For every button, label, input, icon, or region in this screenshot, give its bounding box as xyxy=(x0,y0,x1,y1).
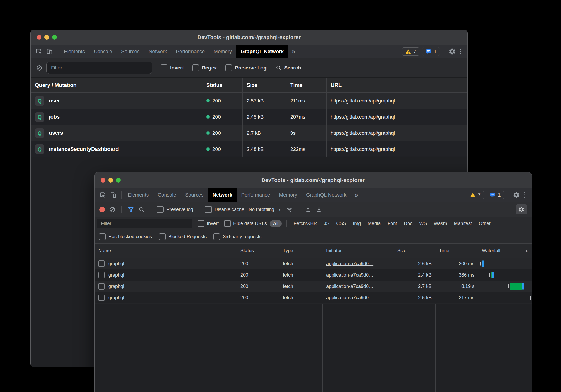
network-row[interactable]: graphql 200 fetch application-a7ca9d0… 2… xyxy=(95,281,532,292)
col-status[interactable]: Status xyxy=(202,78,242,92)
kebab-menu-icon[interactable] xyxy=(459,49,463,54)
table-row[interactable]: Qusers 200 2.7 kB 9s https://gitlab.com/… xyxy=(31,125,467,141)
disable-cache-checkbox[interactable] xyxy=(205,206,212,213)
kebab-menu-icon[interactable] xyxy=(523,192,527,198)
tab-console[interactable]: Console xyxy=(153,188,181,202)
tab-memory[interactable]: Memory xyxy=(209,45,236,58)
network-row[interactable]: graphql 200 fetch application-a7ca9d0… 2… xyxy=(95,292,532,304)
search-icon[interactable] xyxy=(138,206,145,213)
tab-performance[interactable]: Performance xyxy=(171,45,209,58)
initiator-link[interactable]: application-a7ca9d0… xyxy=(326,284,373,289)
initiator-link[interactable]: application-a7ca9d0… xyxy=(326,295,373,301)
tab-memory[interactable]: Memory xyxy=(274,188,302,202)
third-party-requests-checkbox[interactable] xyxy=(213,233,220,240)
filter-type-media[interactable]: Media xyxy=(367,221,381,226)
waterfall-wait-bar xyxy=(489,273,490,277)
size-value: 2.4 kB xyxy=(418,272,432,278)
inspect-icon[interactable] xyxy=(35,48,42,55)
warnings-badge[interactable]: 7 xyxy=(402,47,419,56)
tab-sources[interactable]: Sources xyxy=(117,45,144,58)
more-tabs-chevron[interactable]: » xyxy=(351,188,362,202)
row-checkbox[interactable] xyxy=(98,272,105,278)
message-count: 1 xyxy=(434,49,437,54)
filter-type-img[interactable]: Img xyxy=(352,221,362,226)
device-toolbar-icon[interactable] xyxy=(110,192,117,198)
blocked-requests-label: Blocked Requests xyxy=(168,234,207,240)
filter-type-ws[interactable]: WS xyxy=(418,221,428,226)
message-icon xyxy=(490,192,496,198)
table-header: Name Status Type Initiator Size Time Wat… xyxy=(95,244,532,258)
title-bar[interactable]: DevTools - gitlab.com/-/graphql-explorer xyxy=(95,172,532,188)
invert-checkbox[interactable] xyxy=(161,64,167,71)
import-har-icon[interactable] xyxy=(305,206,311,213)
inspect-icon[interactable] xyxy=(99,192,106,198)
filter-type-js[interactable]: JS xyxy=(323,221,330,226)
block-icon[interactable] xyxy=(36,64,43,71)
filter-input[interactable] xyxy=(97,219,192,228)
messages-badge[interactable]: 1 xyxy=(422,47,440,56)
initiator-link[interactable]: application-a7ca9d0… xyxy=(326,261,373,267)
device-toolbar-icon[interactable] xyxy=(46,48,53,55)
record-button[interactable] xyxy=(99,207,105,212)
col-name[interactable]: Name xyxy=(95,244,237,258)
invert-checkbox[interactable] xyxy=(198,220,204,227)
filter-type-manifest[interactable]: Manifest xyxy=(453,221,473,226)
tab-elements[interactable]: Elements xyxy=(59,45,89,58)
filter-type-font[interactable]: Font xyxy=(387,221,398,226)
gear-icon[interactable] xyxy=(513,191,520,199)
col-size[interactable]: Size xyxy=(242,78,286,92)
row-checkbox[interactable] xyxy=(98,260,105,267)
tab-performance[interactable]: Performance xyxy=(237,188,275,202)
filter-funnel-icon[interactable] xyxy=(128,206,134,213)
warnings-badge[interactable]: 7 xyxy=(467,191,484,199)
col-status[interactable]: Status xyxy=(237,244,279,258)
search-control[interactable]: Search xyxy=(275,65,301,71)
initiator-link[interactable]: application-a7ca9d0… xyxy=(326,272,373,278)
tab-network[interactable]: Network xyxy=(144,45,172,58)
preserve-log-checkbox[interactable] xyxy=(225,64,232,71)
has-blocked-cookies-checkbox[interactable] xyxy=(99,233,106,240)
tab-elements[interactable]: Elements xyxy=(123,188,153,202)
more-tabs-chevron[interactable]: » xyxy=(288,45,299,58)
col-time[interactable]: Time xyxy=(286,78,326,92)
col-url[interactable]: URL xyxy=(326,78,467,92)
col-size[interactable]: Size xyxy=(394,244,435,258)
preserve-log-checkbox[interactable] xyxy=(157,206,164,213)
filter-type-doc[interactable]: Doc xyxy=(403,221,413,226)
title-bar[interactable]: DevTools - gitlab.com/-/graphql-explorer xyxy=(31,30,467,45)
throttling-select[interactable]: No throttling ▼ xyxy=(249,207,282,212)
table-row[interactable]: QinstanceSecurityDashboard 200 2.48 kB 2… xyxy=(31,141,467,157)
regex-checkbox[interactable] xyxy=(192,64,199,71)
filter-type-wasm[interactable]: Wasm xyxy=(433,221,448,226)
col-waterfall[interactable]: Waterfall ▲ xyxy=(478,244,532,258)
messages-badge[interactable]: 1 xyxy=(487,191,504,199)
col-query-mutation[interactable]: Query / Mutation xyxy=(31,78,202,92)
tab-graphql-network[interactable]: GraphQL Network xyxy=(302,188,351,202)
export-har-icon[interactable] xyxy=(316,206,322,213)
hide-data-urls-checkbox[interactable] xyxy=(224,220,231,227)
tab-sources[interactable]: Sources xyxy=(181,188,208,202)
col-type[interactable]: Type xyxy=(279,244,322,258)
network-row[interactable]: graphql 200 fetch application-a7ca9d0… 2… xyxy=(95,269,532,281)
table-row[interactable]: Qjobs 200 2.45 kB 207ms https://gitlab.c… xyxy=(31,109,467,125)
filter-type-all[interactable]: All xyxy=(270,220,282,227)
network-settings-button[interactable] xyxy=(516,204,527,214)
table-row[interactable]: Quser 200 2.57 kB 211ms https://gitlab.c… xyxy=(31,93,467,109)
filter-type-fetch-xhr[interactable]: Fetch/XHR xyxy=(293,221,318,226)
filter-input[interactable] xyxy=(46,62,152,74)
col-initiator[interactable]: Initiator xyxy=(322,244,394,258)
row-checkbox[interactable] xyxy=(98,295,105,301)
tab-graphql-network[interactable]: GraphQL Network xyxy=(236,45,288,58)
col-time[interactable]: Time xyxy=(435,244,478,258)
blocked-requests-checkbox[interactable] xyxy=(159,233,166,240)
filter-type-css[interactable]: CSS xyxy=(335,221,347,226)
network-conditions-icon[interactable] xyxy=(286,206,293,213)
filter-type-other[interactable]: Other xyxy=(478,221,492,226)
preserve-log-label: Preserve log xyxy=(166,207,193,212)
clear-icon[interactable] xyxy=(109,206,116,213)
row-checkbox[interactable] xyxy=(98,283,105,290)
tab-network[interactable]: Network xyxy=(208,188,237,202)
gear-icon[interactable] xyxy=(448,48,456,55)
network-row[interactable]: graphql 200 fetch application-a7ca9d0… 2… xyxy=(95,258,532,269)
tab-console[interactable]: Console xyxy=(89,45,117,58)
